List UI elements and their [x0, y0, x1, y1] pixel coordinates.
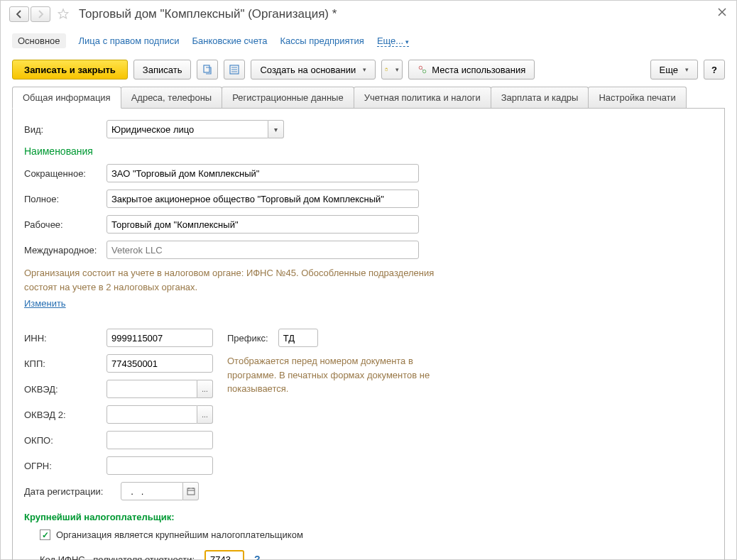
major-taxpayer-checkbox[interactable]	[40, 529, 50, 540]
prefix-description: Отображается перед номером документа в п…	[227, 354, 433, 396]
full-name-input[interactable]	[107, 190, 419, 208]
reg-date-label: Дата регистрации:	[24, 486, 115, 497]
usage-places-button[interactable]: Места использования	[408, 60, 535, 79]
names-section-head: Наименования	[24, 146, 713, 157]
help-button[interactable]: ?	[704, 60, 725, 79]
tab-payroll[interactable]: Зарплата и кадры	[491, 87, 589, 108]
favorite-star-icon[interactable]	[56, 7, 70, 21]
ifns-code-input[interactable]	[204, 550, 244, 560]
okved2-label: ОКВЭД 2:	[24, 410, 101, 420]
chevron-down-icon: ▾	[405, 38, 409, 45]
okved-label: ОКВЭД:	[24, 384, 101, 395]
save-close-button[interactable]: Записать и закрыть	[12, 60, 128, 79]
short-name-input[interactable]	[107, 164, 419, 182]
tax-info-text: Организация состоит на учете в налоговом…	[24, 266, 464, 294]
major-taxpayer-checkbox-label: Организация является крупнейшим налогопл…	[56, 529, 303, 540]
arrow-right-icon	[35, 9, 46, 20]
kind-label: Вид:	[24, 124, 101, 135]
okved-input[interactable]	[107, 380, 197, 398]
intl-name-label: Международное:	[24, 245, 101, 256]
tab-addresses[interactable]: Адреса, телефоны	[121, 87, 223, 108]
topnav-cash-registers[interactable]: Кассы предприятия	[280, 35, 364, 47]
tab-accounting[interactable]: Учетная политика и налоги	[354, 87, 491, 108]
svg-rect-10	[187, 488, 195, 495]
list-button[interactable]	[224, 60, 245, 79]
okved-picker-button[interactable]: ...	[197, 380, 213, 398]
okved2-input[interactable]	[107, 405, 197, 424]
link-icon	[417, 65, 427, 75]
svg-point-7	[419, 66, 422, 69]
ogrn-label: ОГРН:	[24, 461, 101, 471]
tab-general[interactable]: Общая информация	[12, 87, 121, 109]
clipboard-button[interactable]	[381, 60, 403, 79]
window-title: Торговый дом "Комплексный" (Организация)…	[79, 7, 337, 21]
change-link[interactable]: Изменить	[24, 298, 66, 309]
list-icon	[229, 64, 240, 75]
topnav-main[interactable]: Основное	[12, 33, 66, 48]
okpo-label: ОКПО:	[24, 435, 101, 446]
arrow-left-icon	[13, 9, 25, 20]
inn-label: ИНН:	[24, 333, 101, 344]
major-taxpayer-head: Крупнейший налогоплательщик:	[24, 512, 713, 522]
close-button[interactable]	[718, 8, 726, 16]
close-icon	[718, 8, 726, 16]
reg-date-calendar-button[interactable]	[183, 482, 199, 500]
ogrn-input[interactable]	[107, 456, 213, 475]
ifns-code-label: Код ИФНС - получателя отчетности:	[40, 554, 195, 561]
ifns-help-icon[interactable]: ?	[254, 554, 261, 560]
copy-button[interactable]	[197, 60, 218, 79]
calendar-icon	[187, 487, 195, 495]
save-button[interactable]: Записать	[133, 60, 192, 79]
tab-registration[interactable]: Регистрационные данные	[222, 87, 354, 108]
okpo-input[interactable]	[107, 431, 213, 449]
inn-input[interactable]	[107, 329, 213, 347]
kpp-input[interactable]	[107, 354, 213, 373]
work-name-input[interactable]	[107, 215, 419, 234]
copy-icon	[202, 64, 213, 75]
nav-forward-button[interactable]	[31, 6, 50, 22]
work-name-label: Рабочее:	[24, 219, 101, 230]
tab-print[interactable]: Настройка печати	[588, 87, 686, 108]
svg-point-8	[423, 70, 426, 72]
prefix-input[interactable]	[278, 329, 318, 347]
topnav-signatories[interactable]: Лица с правом подписи	[79, 35, 180, 47]
topnav-more[interactable]: Еще...▾	[377, 35, 409, 47]
kind-dropdown-button[interactable]: ▾	[268, 120, 284, 138]
okved2-picker-button[interactable]: ...	[197, 405, 213, 424]
create-based-button[interactable]: Создать на основании	[251, 60, 376, 79]
intl-name-input[interactable]	[107, 241, 419, 259]
full-name-label: Полное:	[24, 194, 101, 204]
short-name-label: Сокращенное:	[24, 168, 101, 179]
svg-rect-0	[204, 65, 209, 72]
toolbar-more-button[interactable]: Еще	[650, 60, 698, 79]
svg-rect-6	[386, 68, 388, 69]
reg-date-input[interactable]	[121, 482, 183, 500]
kind-select[interactable]	[107, 120, 268, 138]
nav-back-button[interactable]	[9, 6, 29, 22]
topnav-bank-accounts[interactable]: Банковские счета	[192, 35, 267, 47]
kpp-label: КПП:	[24, 358, 101, 369]
prefix-label: Префикс:	[227, 333, 268, 344]
svg-line-9	[422, 69, 423, 70]
clipboard-icon	[385, 64, 388, 75]
